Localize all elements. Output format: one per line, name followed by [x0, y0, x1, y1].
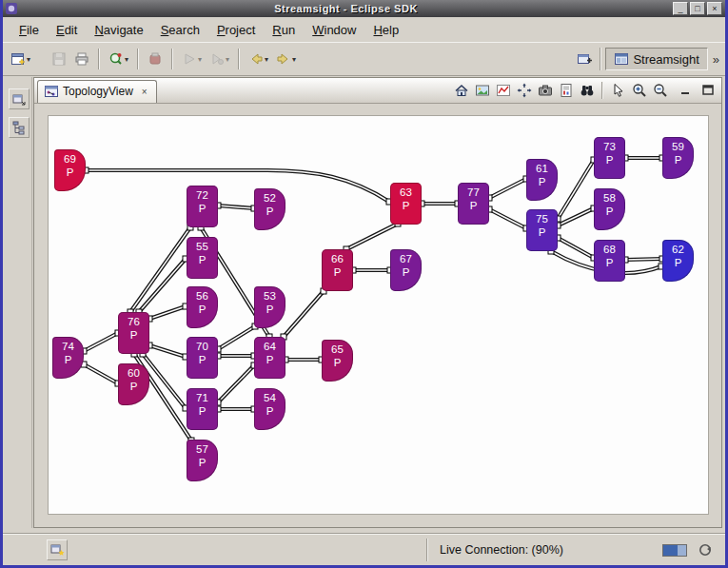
edge-70-53[interactable] [215, 323, 258, 352]
edge-64-66[interactable] [281, 288, 326, 340]
node-73[interactable]: 73P [594, 137, 625, 179]
minimize-button[interactable]: _ [673, 2, 688, 15]
topology-canvas[interactable]: 69P74P76P60P72P55P56P70P71P57P52P53P64P5… [48, 115, 709, 515]
node-pe-label: P [187, 203, 218, 216]
maximize-view-button[interactable] [698, 80, 718, 100]
node-id-label: 53 [254, 290, 285, 304]
node-pe-label: P [662, 154, 694, 167]
minimize-view-button[interactable] [676, 80, 696, 100]
perspective-overflow-chevron[interactable]: » [713, 52, 719, 67]
dropdown-arrow-icon[interactable]: ▾ [125, 55, 128, 64]
edge-76-72[interactable] [128, 225, 193, 315]
fastview-status-button[interactable] [47, 539, 68, 560]
titlebar[interactable]: Streamsight - Eclipse SDK _ □ × [3, 0, 725, 17]
dropdown-arrow-icon[interactable]: ▾ [226, 55, 229, 64]
node-64[interactable]: 64P [254, 337, 285, 379]
search-button[interactable] [577, 80, 597, 100]
edge-73-59[interactable] [622, 155, 665, 161]
status-progress [662, 544, 687, 557]
edge-71-54[interactable] [215, 406, 257, 412]
node-id-label: 72 [187, 189, 218, 203]
edge-77-75[interactable] [486, 206, 529, 231]
node-66[interactable]: 66P [322, 249, 353, 291]
node-71[interactable]: 71P [187, 388, 218, 430]
tab-topologyview[interactable]: TopologyView × [37, 80, 157, 103]
dropdown-arrow-icon[interactable]: ▾ [265, 55, 268, 64]
home-button[interactable] [451, 80, 471, 100]
tab-label: TopologyView [63, 85, 133, 98]
menu-file[interactable]: File [10, 20, 48, 40]
dropdown-arrow-icon[interactable]: ▾ [27, 55, 30, 64]
picture-button[interactable] [472, 80, 492, 100]
edge-71-64[interactable] [215, 362, 257, 405]
menu-navigate[interactable]: Navigate [86, 20, 151, 40]
node-75[interactable]: 75P [526, 209, 558, 251]
edge-74-76[interactable] [81, 330, 121, 354]
tab-close-icon[interactable]: × [140, 87, 149, 97]
node-id-label: 68 [594, 244, 625, 257]
fit-button[interactable] [514, 80, 534, 100]
print-icon [74, 51, 89, 67]
zoom-in-button[interactable] [629, 80, 649, 100]
save-button[interactable] [49, 49, 69, 69]
node-pe-label: P [187, 254, 218, 267]
dropdown-arrow-icon[interactable]: ▾ [292, 55, 296, 64]
edge-64-65[interactable] [283, 357, 325, 362]
edge-72-52[interactable] [215, 203, 257, 211]
refresh-button[interactable] [695, 539, 716, 560]
close-button[interactable]: × [707, 2, 722, 15]
maximize-button[interactable]: □ [690, 2, 705, 15]
node-55[interactable]: 55P [187, 237, 218, 279]
node-pe-label: P [390, 266, 422, 280]
open-perspective-button[interactable] [574, 49, 595, 69]
edge-74-60[interactable] [81, 362, 121, 386]
debug-button[interactable] [145, 49, 166, 69]
toolbar-sep [171, 49, 173, 69]
node-70[interactable]: 70P [187, 337, 218, 379]
print-button[interactable] [71, 49, 92, 69]
edge-76-70[interactable] [147, 343, 188, 360]
select-button[interactable] [608, 80, 628, 100]
status-progress-fill [663, 545, 678, 556]
debug-last-button[interactable]: ▾ [207, 49, 232, 69]
perspective-streamsight-button[interactable]: Streamsight [605, 48, 707, 70]
menu-search[interactable]: Search [152, 20, 208, 40]
menu-project[interactable]: Project [208, 20, 264, 40]
menu-edit[interactable]: Edit [48, 20, 86, 40]
chart-button[interactable] [493, 80, 513, 100]
edge-70-64[interactable] [215, 353, 257, 359]
view-tabbar: TopologyView × [34, 78, 721, 104]
run-last-button[interactable]: ▾ [179, 49, 205, 69]
edge-66-67[interactable] [350, 267, 393, 273]
node-pe-label: P [254, 206, 285, 219]
camera-button[interactable] [535, 80, 555, 100]
node-id-label: 56 [187, 290, 218, 304]
menu-run[interactable]: Run [264, 20, 304, 40]
node-pe-label: P [187, 354, 218, 367]
edge-63-77[interactable] [419, 201, 461, 206]
edge-76-56[interactable] [147, 304, 188, 322]
node-72[interactable]: 72P [187, 186, 218, 227]
zoom-out-button[interactable] [650, 80, 670, 100]
run-tool-button[interactable]: ▾ [106, 49, 131, 69]
node-68[interactable]: 68P [594, 240, 625, 282]
new-wizard-button[interactable]: ▾ [8, 49, 33, 69]
edge-66-63[interactable] [344, 221, 401, 252]
node-77[interactable]: 77P [458, 183, 489, 225]
edge-69-63[interactable] [83, 167, 392, 205]
node-pe-label: P [390, 200, 422, 213]
dropdown-arrow-icon[interactable]: ▾ [198, 55, 202, 64]
edge-68-62[interactable] [622, 256, 665, 263]
menu-help[interactable]: Help [364, 20, 407, 40]
back-button[interactable]: ▾ [246, 49, 271, 69]
restore-view-button[interactable] [9, 88, 30, 109]
report-button[interactable] [556, 80, 576, 100]
node-63[interactable]: 63P [390, 183, 422, 225]
menu-window[interactable]: Window [304, 20, 364, 40]
node-id-label: 61 [526, 163, 558, 176]
edge-77-61[interactable] [486, 176, 529, 201]
node-76[interactable]: 76P [118, 312, 149, 354]
forward-button[interactable]: ▾ [273, 49, 299, 69]
run-tool-icon [108, 51, 124, 67]
outline-fastview-button[interactable] [9, 117, 30, 138]
